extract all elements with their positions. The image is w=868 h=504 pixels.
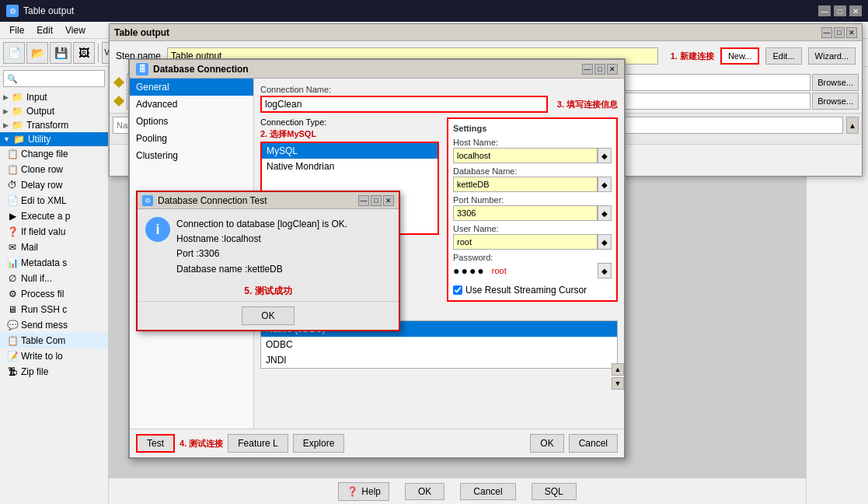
pass-browse-btn[interactable]: ◆ <box>598 263 612 278</box>
step-icon-nullif: ∅ <box>6 272 19 285</box>
access-odbc[interactable]: ODBC <box>261 337 617 352</box>
conn-name-input[interactable] <box>260 96 548 113</box>
port-input[interactable] <box>453 205 598 221</box>
annotation-4: 4. 测试连接 <box>180 438 223 450</box>
toolbar-save-btn[interactable]: 💾 <box>50 42 71 64</box>
collapse-icon: ▶ <box>3 93 9 101</box>
db-sidebar-pooling[interactable]: Pooling <box>130 130 253 147</box>
user-input[interactable] <box>453 234 598 250</box>
dbname-input[interactable] <box>453 177 598 192</box>
test-close-btn[interactable]: ✕ <box>383 195 394 206</box>
host-input[interactable] <box>453 148 598 163</box>
host-browse-btn[interactable]: ◆ <box>598 148 612 163</box>
test-max-btn[interactable]: □ <box>371 195 382 206</box>
bottom-sql-button[interactable]: SQL <box>532 483 577 500</box>
test-ok-btn[interactable]: OK <box>242 306 294 325</box>
toolbar-image-btn[interactable]: 🖼 <box>73 42 95 64</box>
db-scroll-down[interactable]: ▼ <box>612 377 624 390</box>
type-item-mysql[interactable]: MySQL <box>262 143 437 159</box>
step-icon-metadata: 📊 <box>6 257 19 269</box>
dialog-min-btn[interactable]: — <box>821 27 832 38</box>
tree-utility-label: Utility <box>28 134 51 145</box>
folder-icon4: 📁 <box>13 134 25 145</box>
minimize-button[interactable]: — <box>818 5 831 16</box>
sidebar-item-mail[interactable]: ✉ Mail <box>0 240 108 255</box>
port-browse-btn[interactable]: ◆ <box>598 205 612 221</box>
sidebar-item-zip[interactable]: 🗜 Zip file <box>0 364 108 380</box>
menu-file[interactable]: File <box>3 23 30 37</box>
new-button[interactable]: New... <box>720 47 760 65</box>
annotation-1: 1. 新建连接 <box>671 51 714 62</box>
tree-output[interactable]: ▶ 📁 Output <box>0 104 108 118</box>
db-ok-btn[interactable]: OK <box>530 434 563 453</box>
bottom-cancel-button[interactable]: Cancel <box>460 483 515 500</box>
sidebar-item-ssh[interactable]: 🖥 Run SSH c <box>0 302 108 317</box>
dbname-row: Database Name: ◆ <box>453 166 612 192</box>
access-jndi[interactable]: JNDI <box>261 352 617 368</box>
toolbar-new-btn[interactable]: 📄 <box>3 42 25 64</box>
tree-utility[interactable]: ▼ 📁 Utility <box>0 132 108 146</box>
db-settings-title: Settings <box>453 124 612 133</box>
db-cancel-btn[interactable]: Cancel <box>569 434 618 453</box>
sidebar-item-metadata[interactable]: 📊 Metadata s <box>0 255 108 271</box>
title-bar: ⚙ Table output — □ ✕ <box>0 0 868 22</box>
bottom-ok-button[interactable]: OK <box>405 483 444 500</box>
db-scroll-up[interactable]: ▲ <box>612 363 624 376</box>
host-row: Host Name: ◆ <box>453 138 612 163</box>
collapse-icon4: ▼ <box>3 135 10 143</box>
dbname-browse-btn[interactable]: ◆ <box>598 177 612 192</box>
tree-input-label: Input <box>26 92 47 103</box>
sidebar-item-edixml[interactable]: 📄 Edi to XML <box>0 193 108 208</box>
dialog-close-btn[interactable]: ✕ <box>846 27 857 38</box>
toolbar-open-btn[interactable]: 📂 <box>26 42 48 64</box>
test-dialog-title-text: ⚙ Database Connection Test <box>142 195 267 206</box>
sidebar-item-execute[interactable]: ▶ Execute a p <box>0 208 108 224</box>
sidebar-item-sendmess[interactable]: 💬 Send mess <box>0 317 108 333</box>
db-test-btn[interactable]: Test <box>136 434 175 453</box>
streaming-label: Use Result Streaming Cursor <box>465 285 587 296</box>
close-button[interactable]: ✕ <box>849 5 862 16</box>
sidebar-item-nullif[interactable]: ∅ Null if... <box>0 271 108 286</box>
type-item-mondrian[interactable]: Native Mondrian <box>262 159 437 174</box>
browse-button-2[interactable]: Browse... <box>812 93 859 110</box>
sidebar-item-iffield[interactable]: ❓ If field valu <box>0 224 108 240</box>
db-feature-btn[interactable]: Feature L <box>228 434 288 453</box>
tree-input[interactable]: ▶ 📁 Input <box>0 90 108 104</box>
dialog-max-btn[interactable]: □ <box>834 27 845 38</box>
db-min-btn[interactable]: — <box>582 64 593 75</box>
menu-edit[interactable]: Edit <box>30 23 59 37</box>
help-button[interactable]: ❓ Help <box>338 482 389 501</box>
db-close-btn[interactable]: ✕ <box>607 64 618 75</box>
user-browse-btn[interactable]: ◆ <box>598 234 612 250</box>
browse-button-1[interactable]: Browse... <box>812 74 859 91</box>
step-icon-mail: ✉ <box>6 241 19 254</box>
wizard-button[interactable]: Wizard... <box>808 47 856 65</box>
sidebar-item-changefile[interactable]: 📋 Change file <box>0 146 108 162</box>
title-bar-title: Table output <box>23 5 74 16</box>
edit-button[interactable]: Edit... <box>765 47 801 65</box>
step-icon-edixml: 📄 <box>6 194 19 207</box>
test-min-btn[interactable]: — <box>358 195 369 206</box>
db-sidebar-advanced[interactable]: Advanced <box>130 96 253 113</box>
tree-transform[interactable]: ▶ 📁 Transform <box>0 118 108 132</box>
scroll-up-btn[interactable]: ▲ <box>846 117 859 134</box>
conn-name-label: Connection Name: <box>260 85 618 94</box>
sidebar-item-process[interactable]: ⚙ Process fil <box>0 286 108 302</box>
sidebar-item-clonerow[interactable]: 📋 Clone row <box>0 162 108 177</box>
sidebar-item-delayrow[interactable]: ⏱ Delay row <box>0 177 108 193</box>
conn-type-label: Connection Type: <box>260 117 439 127</box>
db-sidebar-general[interactable]: General <box>130 79 253 96</box>
sidebar-item-writelog[interactable]: 📝 Write to lo <box>0 348 108 364</box>
search-input[interactable] <box>3 70 105 87</box>
menu-view[interactable]: View <box>59 23 92 37</box>
db-sidebar-clustering[interactable]: Clustering <box>130 147 253 164</box>
maximize-button[interactable]: □ <box>834 5 846 16</box>
streaming-checkbox[interactable] <box>453 285 462 295</box>
db-dialog-title-label: Database Connection <box>153 64 249 75</box>
db-max-btn[interactable]: □ <box>594 64 605 75</box>
db-sidebar-options[interactable]: Options <box>130 113 253 130</box>
sidebar-item-tablecom[interactable]: 📋 Table Com <box>0 333 108 348</box>
folder-icon2: 📁 <box>12 106 23 117</box>
db-explore-btn[interactable]: Explore <box>293 434 345 453</box>
test-dialog-title: ⚙ Database Connection Test — □ ✕ <box>138 192 399 209</box>
